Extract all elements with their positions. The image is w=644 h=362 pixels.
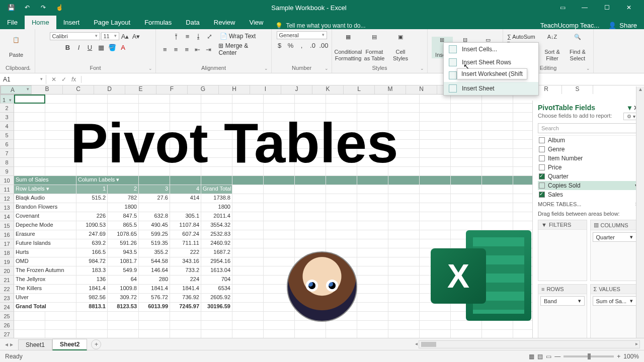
cell[interactable] [45, 95, 76, 104]
cell[interactable] [420, 131, 451, 140]
cell[interactable] [357, 303, 388, 312]
cell[interactable] [14, 95, 45, 104]
cell[interactable] [420, 104, 451, 113]
cell[interactable]: 1800 [201, 203, 232, 212]
cell[interactable] [232, 212, 264, 221]
field-item[interactable]: Price [538, 163, 639, 172]
cell[interactable]: Erasure [14, 230, 76, 239]
comma-icon[interactable]: , [297, 40, 307, 50]
cell[interactable] [14, 158, 45, 167]
cell[interactable] [295, 239, 326, 248]
column-header[interactable]: C [63, 85, 94, 94]
cell[interactable] [232, 221, 264, 230]
cell[interactable]: 1613.04 [201, 266, 232, 276]
cell[interactable] [170, 176, 201, 185]
cell[interactable] [295, 194, 326, 203]
cell[interactable] [232, 95, 264, 104]
ribbon-options-icon[interactable]: ▭ [555, 4, 570, 11]
filters-area[interactable]: ▼ FILTERS [538, 220, 587, 281]
row-header[interactable]: 20 [0, 266, 14, 276]
row-header[interactable]: 6 [0, 140, 14, 149]
cell[interactable] [482, 149, 513, 158]
row-header[interactable]: 25 [0, 312, 14, 321]
cell[interactable] [482, 122, 513, 131]
cell[interactable] [139, 176, 170, 185]
indent-left-icon[interactable]: ⇤ [193, 44, 203, 54]
cell[interactable]: 2605.92 [201, 294, 232, 303]
cell[interactable]: Covenant [14, 212, 76, 221]
cell[interactable] [388, 248, 420, 257]
cell[interactable] [295, 230, 326, 239]
cell[interactable] [14, 104, 45, 113]
cell[interactable] [357, 212, 388, 221]
cell[interactable] [232, 239, 264, 248]
align-center-icon[interactable]: ≡ [171, 44, 181, 54]
cell[interactable]: 576.72 [139, 294, 170, 303]
cell[interactable] [357, 176, 388, 185]
cell[interactable]: Grand Total [14, 303, 76, 312]
cell[interactable] [264, 176, 295, 185]
row-header[interactable]: 19 [0, 257, 14, 266]
currency-icon[interactable]: $ [275, 40, 285, 50]
decrease-font-icon[interactable]: A▾ [131, 31, 141, 41]
cell[interactable]: 2532.83 [201, 230, 232, 239]
cell[interactable] [139, 95, 170, 104]
cell[interactable]: 247.69 [76, 230, 108, 239]
cell[interactable]: 1107.84 [170, 221, 201, 230]
cell[interactable] [232, 276, 264, 285]
row-header[interactable]: 12 [0, 194, 14, 203]
cell[interactable]: 1090.53 [76, 221, 108, 230]
tab-page-layout[interactable]: Page Layout [87, 16, 137, 29]
cell[interactable]: The Jellyrox [14, 276, 76, 285]
row-header[interactable]: 16 [0, 230, 14, 239]
cell[interactable] [264, 194, 295, 203]
cell[interactable] [388, 294, 420, 303]
cell[interactable]: 146.64 [139, 266, 170, 276]
tab-review[interactable]: Review [207, 16, 243, 29]
cell[interactable]: 1078.65 [108, 230, 139, 239]
cell[interactable]: 224 [170, 276, 201, 285]
cell[interactable] [232, 185, 264, 194]
cell[interactable] [451, 158, 482, 167]
new-sheet-button[interactable]: + [91, 339, 101, 349]
column-header[interactable]: I [250, 85, 281, 94]
indent-right-icon[interactable]: ⇥ [204, 44, 214, 54]
sheet-nav-next-icon[interactable]: ▸ [10, 341, 13, 348]
row-header[interactable]: 17 [0, 239, 14, 248]
cell[interactable] [170, 203, 201, 212]
cell[interactable] [14, 321, 45, 330]
cell[interactable] [388, 266, 420, 276]
column-header[interactable]: N [406, 85, 437, 94]
cell[interactable] [14, 312, 45, 321]
cell[interactable]: Grand Total [201, 185, 232, 194]
cell[interactable]: 414 [170, 194, 201, 203]
cell[interactable] [482, 140, 513, 149]
name-box[interactable]: A1 [0, 75, 46, 84]
format-as-table-button[interactable]: ▤Format as Table [362, 34, 386, 61]
cell[interactable] [388, 303, 420, 312]
cell[interactable] [513, 194, 532, 203]
cell[interactable] [357, 230, 388, 239]
checkbox-icon[interactable] [539, 146, 545, 152]
cell[interactable] [420, 212, 451, 221]
cell[interactable]: 711.11 [170, 239, 201, 248]
cell[interactable]: 280 [139, 276, 170, 285]
font-family-select[interactable]: Calibri [50, 32, 100, 40]
column-header[interactable]: K [312, 85, 344, 94]
cell[interactable] [170, 321, 201, 330]
enter-formula-icon[interactable]: ✓ [61, 76, 66, 83]
cell-styles-button[interactable]: ▣Cell Styles [388, 34, 413, 61]
cell[interactable]: OMD [14, 257, 76, 266]
cell[interactable] [295, 221, 326, 230]
tell-me-search[interactable]: 💡 Tell me what you want to do... [275, 22, 365, 29]
cell[interactable] [357, 312, 388, 321]
cell[interactable] [170, 312, 201, 321]
columns-pill[interactable]: Quarter▾ [593, 232, 637, 242]
cell[interactable] [357, 257, 388, 266]
checkbox-icon[interactable] [539, 137, 545, 143]
cell[interactable] [201, 312, 232, 321]
cell[interactable] [451, 185, 482, 194]
cell[interactable] [264, 303, 295, 312]
align-bottom-icon[interactable]: ⭳ [194, 31, 204, 41]
cell[interactable]: 355.2 [139, 248, 170, 257]
